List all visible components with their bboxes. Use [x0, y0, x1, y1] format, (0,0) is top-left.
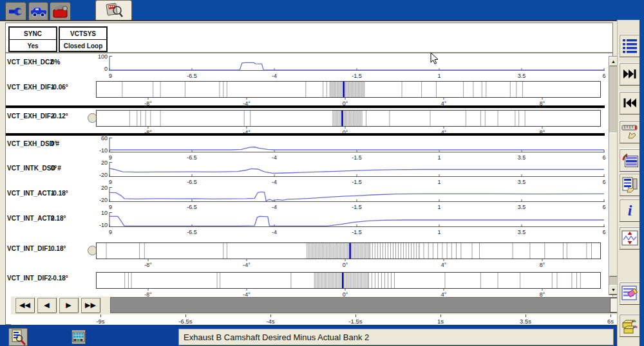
signal-value: 0.18°: [51, 215, 66, 222]
pid-header-strip: SYNC Yes VCTSYS Closed Loop: [6, 23, 612, 53]
svg-text:1: 1: [437, 73, 440, 79]
time-label: 3.5s: [520, 318, 531, 325]
signal-name: VCT_INT_DIF1: [7, 245, 52, 252]
svg-text:-9: -9: [109, 179, 112, 185]
signal-value: -0.18°: [51, 275, 68, 282]
svg-text:-4: -4: [272, 229, 277, 235]
svg-text:6: 6: [602, 229, 605, 235]
workspace: SYNC Yes VCTSYS Closed Loop VCT_EXH_DC20…: [0, 20, 617, 325]
tab-vehicle[interactable]: [28, 2, 48, 20]
line-chart[interactable]: -9-6.5-4-1.513.56: [109, 212, 606, 236]
svg-text:-1.5: -1.5: [352, 73, 362, 79]
rewind-button[interactable]: ◀◀: [15, 297, 35, 313]
time-tick: [270, 314, 271, 317]
capture-list-button[interactable]: [619, 149, 640, 172]
time-tick: [185, 314, 186, 317]
pid-value: Closed Loop: [60, 40, 106, 52]
tab-datalogger[interactable]: [95, 0, 132, 20]
car-icon: [30, 5, 48, 18]
svg-text:-6.5: -6.5: [187, 204, 197, 210]
signal-value: 0%: [51, 59, 60, 66]
status-bar: Exhaust B Camshaft Desired Minus Actual …: [178, 329, 614, 345]
fast-forward-button[interactable]: ▶▶: [80, 297, 100, 313]
y-axis-max-label: 20: [91, 185, 108, 191]
svg-text:3.5: 3.5: [518, 204, 526, 210]
skip-to-start-button[interactable]: [619, 91, 640, 114]
barcode-chart[interactable]: -8°-4°0°4°8°: [96, 242, 601, 268]
signal-value: -0.06°: [51, 84, 68, 91]
svg-text:3.5: 3.5: [518, 179, 526, 185]
measurement-tape-button[interactable]: [619, 120, 640, 143]
autoscale-button[interactable]: [619, 226, 640, 250]
svg-text:-9: -9: [109, 204, 112, 210]
window-edge: [639, 0, 644, 346]
time-tick: [355, 314, 356, 317]
skip-to-start-icon: [622, 96, 638, 109]
clear-data-icon: [621, 285, 639, 302]
mini-panel-icon[interactable]: [71, 330, 86, 344]
svg-text:-1.5: -1.5: [352, 204, 362, 210]
y-axis-min-label: -20: [91, 172, 108, 178]
pid-box-vctsys[interactable]: VCTSYS Closed Loop: [59, 26, 108, 52]
svg-text:6: 6: [602, 204, 605, 210]
y-axis-min-label: -10: [91, 147, 108, 154]
svg-text:-6.5: -6.5: [187, 179, 197, 185]
line-chart[interactable]: -9-6.5-4-1.513.56: [109, 56, 606, 80]
select-signals-button[interactable]: [619, 173, 640, 196]
time-label: -1.5s: [348, 318, 362, 325]
tab-tools[interactable]: [5, 2, 26, 20]
svg-text:1: 1: [437, 204, 440, 210]
skip-to-end-button[interactable]: [619, 62, 640, 86]
doc-search-icon[interactable]: [8, 328, 28, 346]
measurement-tape-icon: [621, 123, 639, 141]
playback-nav-strip: ◀◀◀▶▶▶: [11, 296, 619, 314]
pid-label: SYNC: [10, 28, 56, 40]
svg-text:-6.5: -6.5: [187, 229, 197, 235]
svg-text:0°: 0°: [343, 262, 348, 268]
y-axis-max-label: 60: [91, 135, 108, 141]
clear-data-button[interactable]: [619, 282, 640, 305]
tab-toolbox[interactable]: [50, 2, 71, 20]
line-chart[interactable]: -9-6.5-4-1.513.56: [109, 138, 606, 161]
svg-text:-1.5: -1.5: [352, 154, 362, 161]
step-back-button[interactable]: ◀: [37, 297, 57, 313]
svg-text:-9: -9: [109, 154, 112, 161]
signal-name: VCT_EXH_DIF2: [7, 113, 54, 120]
step-forward-button[interactable]: ▶: [59, 297, 79, 313]
top-tab-strip: [0, 0, 644, 20]
toolbox-icon: [52, 4, 70, 19]
time-label: 6s: [607, 318, 614, 325]
line-chart[interactable]: -9-6.5-4-1.513.56: [109, 162, 606, 186]
time-label: -9s: [96, 318, 104, 325]
line-chart[interactable]: -9-6.5-4-1.513.56: [109, 187, 606, 211]
svg-text:6: 6: [602, 73, 605, 79]
signal-name: VCT_INT_ACT2: [7, 215, 54, 222]
y-axis-min-label: -20: [91, 197, 108, 203]
signal-value: 0°: [51, 140, 57, 147]
mouse-cursor: [430, 52, 439, 65]
barcode-chart[interactable]: -8°-4°0°4°8°: [96, 110, 601, 136]
svg-text:-9: -9: [109, 229, 112, 235]
svg-text:-1.5: -1.5: [352, 229, 362, 235]
signal-name: VCT_INT_ACT1: [7, 190, 54, 197]
svg-text:-1.5: -1.5: [352, 179, 362, 185]
svg-text:1: 1: [437, 154, 440, 161]
datalogger-panel: SYNC Yes VCTSYS Closed Loop VCT_EXH_DC20…: [5, 23, 613, 325]
signal-value: -0.12°: [51, 113, 68, 120]
svg-text:3.5: 3.5: [518, 73, 526, 79]
pid-box-sync[interactable]: SYNC Yes: [8, 26, 57, 52]
signal-value: 0°: [51, 165, 57, 172]
info-icon: i: [623, 202, 636, 219]
pid-value: Yes: [10, 40, 56, 52]
svg-text:-4: -4: [272, 73, 277, 79]
barcode-chart[interactable]: -8°-4°0°4°8°: [96, 81, 601, 107]
info-button[interactable]: i: [619, 199, 640, 222]
horizontal-scrollbar[interactable]: [110, 297, 620, 313]
svg-text:-4°: -4°: [243, 262, 251, 268]
chart-area: VCT_EXH_DC20%1000-9-6.5-4-1.513.56VCT_EX…: [6, 53, 612, 296]
barcode-chart[interactable]: -8°-4°0°4°8°: [96, 272, 601, 298]
y-axis-max-label: 20: [91, 159, 108, 166]
svg-text:-4: -4: [272, 204, 277, 210]
signal-list-button[interactable]: [619, 34, 640, 57]
archive-button[interactable]: [619, 314, 640, 337]
